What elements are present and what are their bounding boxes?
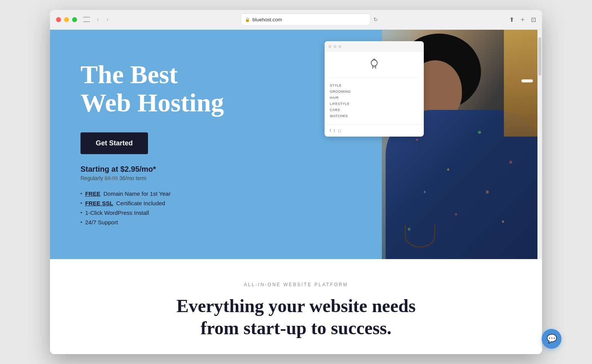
original-price: $8.99	[105, 175, 118, 181]
hero-title-line1: The Best	[80, 60, 178, 89]
hero-section: The Best Web Hosting Get Started Startin…	[50, 30, 542, 259]
mini-browser-bar	[325, 41, 424, 52]
feature-wordpress-text: 1-Click WordPress Install	[85, 209, 149, 216]
mini-nav-style: STYLE	[330, 82, 418, 89]
feature-domain-text: Domain Name for 1st Year	[103, 190, 171, 197]
carousel-indicator	[521, 79, 533, 82]
traffic-lights	[56, 17, 77, 22]
features-list: FREE Domain Name for 1st Year FREE SSL C…	[80, 190, 290, 225]
nav-arrows: ‹ ›	[95, 15, 111, 24]
feature-domain-label: FREE	[85, 190, 100, 197]
mini-facebook-icon: f	[330, 129, 331, 133]
platform-label: ALL-IN-ONE WEBSITE PLATFORM	[50, 282, 542, 287]
hero-left: The Best Web Hosting Get Started Startin…	[50, 30, 321, 259]
mini-nav-watches: WATCHES	[330, 113, 418, 119]
sidebar-toggle-icon[interactable]	[83, 17, 90, 22]
mini-dot-3	[338, 45, 341, 48]
address-bar-container: 🔒 bluehost.com ↻	[116, 13, 503, 26]
feature-support-text: 24/7 Support	[85, 219, 118, 225]
url-text: bluehost.com	[253, 17, 282, 23]
building-shape	[504, 30, 542, 137]
mini-logo-area	[330, 57, 418, 78]
below-fold-section: ALL-IN-ONE WEBSITE PLATFORM Everything y…	[50, 259, 542, 354]
back-button[interactable]: ‹	[95, 15, 101, 24]
mini-twitter-icon: t	[334, 129, 335, 133]
hero-right: STYLE GROOMING HAIR LIFESTYLE CARS WATCH…	[321, 30, 542, 259]
mini-dot-2	[333, 45, 336, 48]
scrollbar-thumb	[538, 37, 541, 76]
mini-browser-mockup: STYLE GROOMING HAIR LIFESTYLE CARS WATCH…	[325, 41, 424, 137]
lock-icon: 🔒	[245, 17, 250, 22]
close-button[interactable]	[56, 17, 61, 22]
platform-heading: Everything your website needs from start…	[50, 295, 542, 339]
browser-chrome: ‹ › 🔒 bluehost.com ↻ ⬆ ＋ ⊡	[50, 10, 542, 30]
mini-nav-hair: HAIR	[330, 95, 418, 101]
starting-at-text: Starting at $2.95/mo*	[80, 165, 290, 174]
term-text: 36/mo term	[119, 175, 146, 181]
tabs-icon[interactable]: ⊡	[531, 16, 536, 23]
mini-nav-grooming: GROOMING	[330, 89, 418, 95]
mini-browser-footer: f t ◻	[325, 124, 424, 137]
feature-ssl-text: Certificate Included	[116, 200, 165, 206]
chat-icon: 💬	[547, 334, 557, 344]
regular-price-text: Regularly $8.99 36/mo term	[80, 175, 290, 181]
browser-body: The Best Web Hosting Get Started Startin…	[50, 30, 542, 354]
mini-nav-cars: CARS	[330, 107, 418, 113]
reload-icon[interactable]: ↻	[373, 16, 378, 23]
feature-wordpress: 1-Click WordPress Install	[80, 209, 290, 216]
bike-handlebar-shape	[405, 225, 435, 248]
heading-line1: Everything your website needs	[176, 296, 415, 316]
mini-dot-1	[328, 45, 331, 48]
browser-window: ‹ › 🔒 bluehost.com ↻ ⬆ ＋ ⊡ The Best We	[50, 10, 542, 354]
scrollbar-track[interactable]	[537, 30, 542, 259]
hero-title: The Best Web Hosting	[80, 60, 290, 118]
new-tab-icon[interactable]: ＋	[520, 16, 526, 24]
get-started-button[interactable]: Get Started	[80, 132, 148, 154]
feature-domain: FREE Domain Name for 1st Year	[80, 190, 290, 197]
mini-browser-content: STYLE GROOMING HAIR LIFESTYLE CARS WATCH…	[325, 52, 424, 124]
regular-prefix: Regularly	[80, 175, 103, 181]
page-content: The Best Web Hosting Get Started Startin…	[50, 30, 542, 354]
pricing-info: Starting at $2.95/mo* Regularly $8.99 36…	[80, 165, 290, 181]
feature-ssl: FREE SSL Certificate Included	[80, 200, 290, 206]
feature-ssl-label: FREE SSL	[85, 200, 113, 206]
maximize-button[interactable]	[72, 17, 77, 22]
browser-actions: ⬆ ＋ ⊡	[509, 16, 536, 24]
mini-logo-svg	[367, 57, 382, 72]
mini-site-logo	[330, 57, 418, 74]
forward-button[interactable]: ›	[104, 15, 111, 24]
minimize-button[interactable]	[64, 17, 69, 22]
feature-support: 24/7 Support	[80, 219, 290, 225]
mini-nav: STYLE GROOMING HAIR LIFESTYLE CARS WATCH…	[330, 82, 418, 119]
chat-bubble-button[interactable]: 💬	[542, 329, 561, 349]
share-icon[interactable]: ⬆	[509, 16, 514, 23]
mini-instagram-icon: ◻	[338, 129, 341, 133]
mini-nav-lifestyle: LIFESTYLE	[330, 101, 418, 107]
hero-title-line2: Web Hosting	[80, 88, 224, 117]
heading-line2: from start-up to success.	[201, 318, 391, 338]
address-bar[interactable]: 🔒 bluehost.com	[241, 13, 370, 26]
